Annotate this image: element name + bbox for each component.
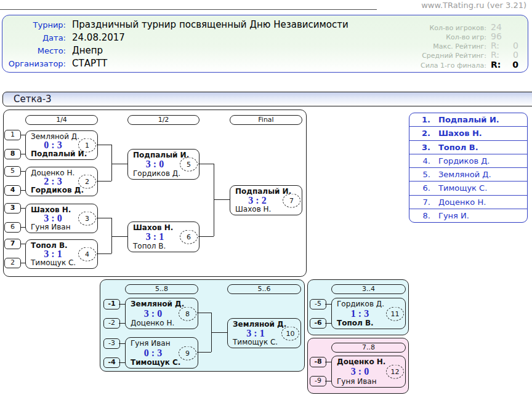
match-score: 3 : 1 <box>228 328 283 339</box>
match-number-badge: 11 <box>386 306 404 321</box>
match-box-12: Доценко Н. 3 : 0 Гуня Иван 12 <box>331 356 406 388</box>
stat-prefix-final-strength: R: <box>491 60 501 70</box>
match-number-badge: 6 <box>180 230 198 244</box>
seed-connector-line <box>119 343 125 344</box>
player-name-top: Доценко Н. <box>337 357 385 366</box>
seed-badge: 4 <box>4 185 21 196</box>
bracket-connector-line <box>211 332 227 333</box>
info-value-tournament: Праздничный турнир посвященный Дню Незав… <box>72 19 349 30</box>
final-standings-panel: 1.Подпалый И. 2.Шахов Н. 3.Топол В. 4.Го… <box>409 113 528 223</box>
player-name-bottom: Шахов Н. <box>235 205 271 213</box>
seed-badge: -8 <box>310 357 326 367</box>
info-label-organizer: Организатор: <box>4 59 66 68</box>
bracket-connector-line <box>111 164 127 164</box>
seed-badge: 5 <box>4 166 21 177</box>
stat-prefix-max-rating: R: <box>491 41 499 50</box>
standings-rank: 1. <box>409 115 430 124</box>
bracket-connector-line <box>198 236 214 237</box>
standings-row: 7.Доценко Н. <box>409 195 527 209</box>
player-name-top: Подпалый И. <box>133 151 189 159</box>
match-number-badge: 10 <box>281 326 299 340</box>
info-value-organizer: СТАРТТ <box>72 58 107 69</box>
bracket-connector-line <box>97 218 111 218</box>
match-score: 3 : 0 <box>128 159 182 170</box>
standings-row: 2.Шахов Н. <box>409 126 527 140</box>
standings-rank: 5. <box>409 170 430 179</box>
standings-name: Тимощук С. <box>438 183 487 193</box>
match-number-badge: 8 <box>179 306 196 321</box>
player-name-bottom: Подпалый И. <box>31 150 87 158</box>
seed-badge: 8 <box>4 149 21 159</box>
seed-badge: 3 <box>4 203 21 213</box>
player-name-bottom: Гордиков Д. <box>31 186 84 194</box>
seed-badge: -1 <box>103 299 120 309</box>
seed-connector-line <box>325 362 331 362</box>
player-name-top: Шахов Н. <box>133 223 173 232</box>
player-name-bottom: Тимощук С. <box>31 258 76 267</box>
standings-rank: 2. <box>409 129 430 138</box>
standings-rank: 4. <box>409 156 430 166</box>
standings-row: 6.Тимощук С. <box>409 181 527 194</box>
bracket-connector-line <box>111 218 112 253</box>
stat-value-games: 96 <box>491 31 502 41</box>
standings-name: Доценко Н. <box>438 198 486 207</box>
bracket-connector-line <box>97 145 111 145</box>
match-number-badge: 2 <box>78 175 96 189</box>
stat-value-avg-rating: 0 <box>501 50 518 60</box>
info-label-date: Дата: <box>4 33 66 42</box>
match-box-6: Шахов Н. 3 : 1 Топол В. 6 <box>127 221 200 252</box>
standings-rank: 3. <box>409 143 430 152</box>
bracket-connector-line <box>198 164 214 164</box>
standings-rank: 7. <box>409 198 430 207</box>
bracket-connector-line <box>214 199 230 200</box>
match-number-badge: 5 <box>180 158 198 172</box>
match-number-badge: 12 <box>386 365 404 379</box>
match-box-9: Гуня Иван 0 : 3 Тимощук С. 9 <box>125 337 198 369</box>
bracket-connector-line <box>111 236 127 237</box>
stat-label-final-strength: Сила 1-го финала: <box>308 62 486 70</box>
round-pill-3-4: 3..4 <box>331 284 406 294</box>
standings-name: Шахов Н. <box>438 129 482 138</box>
round-pill-5-8: 5..8 <box>125 284 198 294</box>
bracket-connector-line <box>111 145 112 181</box>
bracket-connector-line <box>197 352 211 353</box>
match-box-1: Земляной Д. 0 : 3 Подпалый И. 1 <box>25 130 98 160</box>
seed-connector-line <box>20 190 25 191</box>
seed-badge: -9 <box>310 376 326 386</box>
round-pill-7-8: 7..8 <box>331 343 406 353</box>
seed-badge: 6 <box>4 222 21 233</box>
stat-label-games: Кол-во игр: <box>308 33 486 41</box>
standings-row: 1.Подпалый И. <box>409 113 527 126</box>
bracket-connector-line <box>197 313 211 313</box>
seed-badge: -5 <box>310 299 326 309</box>
seed-badge: -4 <box>103 357 120 368</box>
match-number-badge: 7 <box>283 193 300 207</box>
match-box-3: Шахов Н. 3 : 0 Гуня Иван 3 <box>25 204 98 233</box>
match-score: 3 : 0 <box>332 366 388 377</box>
seed-connector-line <box>20 154 25 154</box>
player-name-bottom: Тимощук С. <box>233 338 278 346</box>
info-value-date: 24.08.2017 <box>72 32 125 43</box>
match-number-badge: 4 <box>78 247 96 261</box>
match-score: 3 : 0 <box>126 308 180 319</box>
standings-rank: 8. <box>409 211 430 220</box>
tab-setka-3[interactable]: Сетка-3 <box>2 92 532 106</box>
seed-connector-line <box>20 208 25 209</box>
bracket-connector-line <box>214 164 214 236</box>
standings-name: Подпалый И. <box>438 115 499 124</box>
match-number-badge: 9 <box>179 346 196 360</box>
seed-connector-line <box>20 135 25 135</box>
seed-connector-line <box>119 304 125 305</box>
match-score: 3 : 1 <box>128 231 182 242</box>
standings-row: 8.Гуня И. <box>409 209 527 222</box>
player-name-bottom: Гордиков Д. <box>133 169 180 178</box>
player-name-bottom: Гуня Иван <box>31 223 71 231</box>
player-name-top: Гордиков Д. <box>337 300 384 308</box>
match-number-badge: 3 <box>78 212 96 226</box>
seed-connector-line <box>119 362 125 363</box>
standings-row: 4.Гордиков Д. <box>409 154 527 167</box>
match-box-7: Подпалый И. 3 : 2 Шахов Н. 7 <box>230 185 302 215</box>
seed-connector-line <box>325 304 331 305</box>
player-name-bottom: Гуня Иван <box>337 377 377 386</box>
seed-badge: -6 <box>310 318 326 329</box>
